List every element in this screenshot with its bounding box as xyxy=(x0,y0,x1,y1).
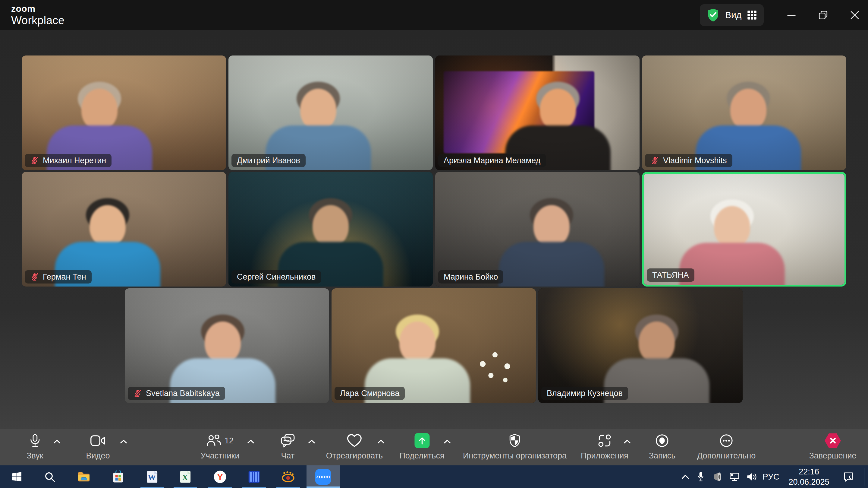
audio-options-chevron[interactable] xyxy=(53,439,61,444)
leave-meeting-label: Завершение xyxy=(809,451,856,461)
record-button[interactable]: Запись xyxy=(649,433,676,461)
react-button[interactable]: Отреагировать xyxy=(326,433,383,461)
mic-muted-icon xyxy=(133,389,142,398)
video-label: Видео xyxy=(86,451,110,461)
host-tools-button[interactable]: Инструменты организатора xyxy=(463,433,567,461)
host-tools-shield-icon xyxy=(508,433,521,449)
audio-button[interactable]: Звук xyxy=(27,433,43,461)
participant-name: Герман Тен xyxy=(43,272,86,282)
video-tile-ariela-marina-melamed[interactable]: Ариэла Марина Меламед xyxy=(435,56,640,170)
participants-label: Участники xyxy=(201,451,240,461)
video-tile-marina-boyko[interactable]: Марина Бойко xyxy=(435,172,640,287)
share-options-chevron[interactable] xyxy=(444,439,451,444)
leave-meeting-button[interactable]: Завершение xyxy=(809,433,856,461)
acdsee-icon xyxy=(281,470,296,483)
search-icon xyxy=(44,471,56,483)
video-feed xyxy=(642,56,846,170)
windows-logo-icon xyxy=(10,471,23,483)
apps-button[interactable]: Приложения xyxy=(581,433,628,461)
apps-options-chevron[interactable] xyxy=(624,439,631,444)
video-feed xyxy=(644,174,844,285)
tray-hidden-icons-chevron[interactable] xyxy=(681,465,689,488)
participant-name-tag: Svetlana Babitskaya xyxy=(128,387,225,400)
excel-button[interactable]: X xyxy=(169,465,202,488)
participants-button[interactable]: 12 Участники xyxy=(201,433,240,461)
tray-microphone-icon[interactable] xyxy=(697,465,704,488)
chat-options-chevron[interactable] xyxy=(308,439,315,444)
participant-name-tag: Сергей Синельников xyxy=(231,270,321,284)
video-feed xyxy=(435,56,640,170)
microphone-icon xyxy=(30,433,40,449)
audio-label: Звук xyxy=(27,451,43,461)
share-screen-icon xyxy=(414,433,430,448)
participant-name-tag: Ариэла Марина Меламед xyxy=(438,154,546,167)
record-icon xyxy=(655,433,669,449)
react-label: Отреагировать xyxy=(326,451,383,461)
more-button[interactable]: Дополнительно xyxy=(697,433,755,461)
video-feed xyxy=(332,288,536,403)
video-feed xyxy=(538,288,743,403)
tray-clock[interactable]: 22:16 20.06.2025 xyxy=(788,465,829,488)
tray-network-icon[interactable] xyxy=(729,465,741,488)
view-button[interactable]: Вид xyxy=(700,4,764,26)
participants-options-chevron[interactable] xyxy=(247,439,254,444)
minimize-button[interactable] xyxy=(783,7,800,24)
restore-button[interactable] xyxy=(815,7,832,24)
meeting-toolbar: Звук Видео 12 Участники xyxy=(0,429,868,465)
video-tile-dmitriy-ivanov[interactable]: Дмитрий Иванов xyxy=(228,56,433,170)
acdsee-button[interactable] xyxy=(272,465,305,488)
participants-icon xyxy=(207,434,221,447)
participant-name-tag: Владимир Кузнецов xyxy=(541,387,628,400)
microsoft-store-button[interactable] xyxy=(101,465,135,488)
word-button[interactable]: W xyxy=(135,465,169,488)
mic-muted-icon xyxy=(650,156,659,165)
video-camera-icon xyxy=(90,433,105,449)
logo-line-workplace: Workplace xyxy=(11,15,64,26)
video-tile-tatyana-active-speaker[interactable]: ТАТЬЯНА xyxy=(642,172,846,287)
total-commander-button[interactable] xyxy=(238,465,271,488)
title-bar: zoom Workplace Вид xyxy=(0,0,868,30)
video-tile-sergey-sinelnikov[interactable]: Сергей Синельников xyxy=(228,172,433,287)
show-desktop-divider[interactable] xyxy=(864,468,864,486)
participant-name-tag: Герман Тен xyxy=(25,270,92,284)
participant-name-tag: ТАТЬЯНА xyxy=(647,268,694,282)
participant-name-tag: Лара Смирнова xyxy=(335,387,405,400)
video-tile-vladimir-kuznetsov[interactable]: Владимир Кузнецов xyxy=(538,288,743,403)
video-tile-lara-smirnova[interactable]: Лара Смирнова xyxy=(332,288,536,403)
chat-button[interactable]: Чат xyxy=(281,433,295,461)
video-tile-german-ten[interactable]: Герман Тен xyxy=(22,172,226,287)
close-button[interactable] xyxy=(846,7,863,24)
share-screen-label: Поделиться xyxy=(399,451,444,461)
participant-name: Михаил Неретин xyxy=(43,156,106,165)
yandex-browser-icon: Y xyxy=(213,470,227,484)
share-screen-button[interactable]: Поделиться xyxy=(399,433,444,461)
yandex-browser-button[interactable]: Y xyxy=(204,465,237,488)
search-button[interactable] xyxy=(33,465,66,488)
tray-date: 20.06.2025 xyxy=(788,477,829,487)
apps-icon xyxy=(598,433,612,449)
participant-name: Владимир Кузнецов xyxy=(547,389,623,398)
start-button[interactable] xyxy=(0,465,33,488)
tray-language-indicator[interactable]: РУС xyxy=(763,465,779,488)
tray-speaker-app-icon[interactable] xyxy=(712,465,723,488)
mic-muted-icon xyxy=(30,156,39,165)
participant-name: Svetlana Babitskaya xyxy=(146,389,220,398)
participant-name-tag: Марина Бойко xyxy=(438,270,503,284)
action-center-button[interactable] xyxy=(843,465,854,488)
grid-view-icon xyxy=(747,10,757,20)
video-tile-vladimir-movshits[interactable]: Vladimir Movshits xyxy=(642,56,846,170)
react-options-chevron[interactable] xyxy=(377,439,384,444)
video-feed xyxy=(22,56,226,170)
security-shield-icon xyxy=(707,8,720,22)
video-feed xyxy=(435,172,640,287)
mic-muted-icon xyxy=(30,272,39,281)
zoom-workplace-window: zoom Workplace Вид xyxy=(0,0,868,488)
video-tile-svetlana-babitskaya[interactable]: Svetlana Babitskaya xyxy=(125,288,329,403)
zoom-app-button[interactable]: zoom xyxy=(307,465,340,488)
video-tile-mikhail-neretin[interactable]: Михаил Неретин xyxy=(22,56,226,170)
file-explorer-button[interactable] xyxy=(67,465,100,488)
video-button[interactable]: Видео xyxy=(86,433,110,461)
tray-volume-icon[interactable] xyxy=(747,465,757,488)
participant-name: ТАТЬЯНА xyxy=(652,270,689,280)
video-options-chevron[interactable] xyxy=(120,439,127,444)
